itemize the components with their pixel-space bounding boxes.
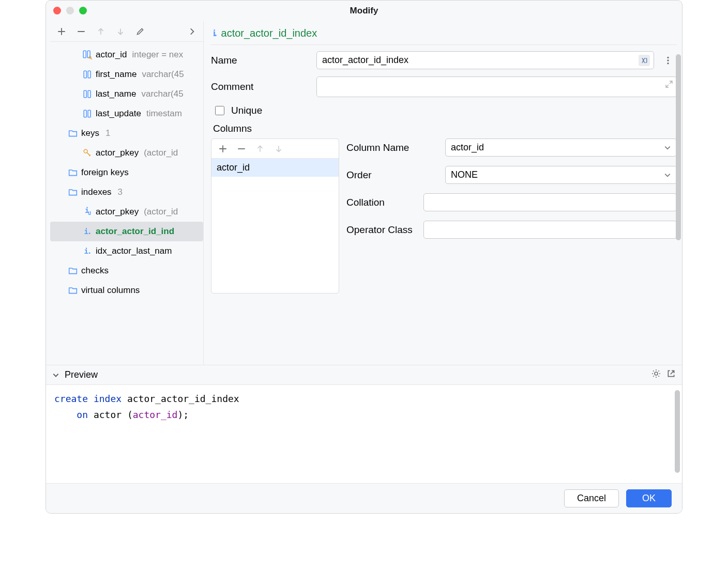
svg-point-11 — [667, 59, 669, 61]
structure-tree[interactable]: actor_idinteger = nexfirst_namevarchar(4… — [50, 42, 203, 365]
tree-item[interactable]: keys1 — [50, 123, 203, 143]
preview-sql: create index actor_actor_id_index on act… — [46, 385, 682, 483]
tree-item[interactable]: i.idx_actor_last_nam — [50, 241, 203, 261]
breadcrumb: i. actor_actor_id_index — [211, 25, 677, 45]
tree-item[interactable]: i.actor_actor_id_ind — [50, 222, 203, 241]
columns-list-item[interactable]: actor_id — [211, 159, 339, 177]
edit-icon[interactable] — [131, 23, 149, 40]
chevron-down-icon — [664, 172, 671, 179]
svg-rect-5 — [84, 90, 86, 98]
close-icon[interactable] — [53, 7, 61, 14]
move-up-icon — [92, 23, 110, 40]
tree-item[interactable]: checks — [50, 261, 203, 281]
index-icon: i. — [213, 28, 216, 39]
svg-point-13 — [655, 372, 658, 375]
window-controls — [53, 7, 87, 14]
svg-rect-7 — [84, 110, 86, 117]
titlebar: Modify — [46, 1, 682, 21]
comment-input[interactable] — [316, 76, 677, 97]
svg-rect-6 — [88, 90, 90, 98]
more-menu-icon[interactable] — [659, 52, 677, 69]
tree-item[interactable]: actor_idinteger = nex — [50, 45, 203, 65]
svg-rect-0 — [83, 51, 86, 58]
expand-icon[interactable] — [665, 80, 673, 90]
preview-label: Preview — [65, 369, 98, 380]
chevron-right-icon[interactable] — [183, 23, 201, 40]
order-select[interactable]: NONE — [445, 166, 677, 184]
tree-item[interactable]: actor_pkey(actor_id — [50, 143, 203, 163]
move-down-icon — [111, 23, 130, 40]
detail-scrollbar[interactable] — [676, 54, 681, 240]
open-external-icon[interactable] — [666, 369, 676, 381]
columns-toolbar — [211, 139, 339, 159]
col-remove-icon[interactable] — [232, 141, 251, 157]
column-name-label: Column Name — [346, 142, 437, 153]
gear-icon[interactable] — [651, 368, 661, 381]
tree-item[interactable]: foreign keys — [50, 163, 203, 182]
structure-sidebar: actor_idinteger = nexfirst_namevarchar(4… — [46, 21, 204, 365]
svg-rect-8 — [88, 110, 90, 117]
cancel-button[interactable]: Cancel — [564, 489, 619, 507]
name-input[interactable] — [316, 51, 654, 69]
sidebar-toolbar — [50, 21, 203, 42]
svg-point-12 — [667, 62, 669, 64]
dialog-footer: Cancel OK — [46, 483, 682, 513]
chevron-down-icon — [52, 372, 59, 379]
maximize-icon[interactable] — [79, 7, 87, 14]
order-label: Order — [346, 169, 437, 181]
detail-panel: i. actor_actor_id_index Name — [204, 21, 682, 365]
add-icon[interactable] — [52, 23, 71, 40]
column-properties: Column Name actor_id Order NONE — [346, 138, 677, 294]
chevron-down-icon — [664, 144, 671, 151]
tree-item[interactable]: indexes3 — [50, 182, 203, 202]
tree-item[interactable]: first_namevarchar(45 — [50, 65, 203, 84]
name-label: Name — [211, 55, 309, 66]
font-switch-icon[interactable] — [639, 55, 650, 66]
preview-scrollbar[interactable] — [675, 390, 680, 473]
window-title: Modify — [350, 6, 378, 16]
preview-header[interactable]: Preview — [46, 365, 682, 385]
ok-button[interactable]: OK — [626, 489, 672, 507]
breadcrumb-label: actor_actor_id_index — [221, 27, 317, 39]
tree-item[interactable]: last_namevarchar(45 — [50, 84, 203, 104]
remove-icon[interactable] — [72, 23, 90, 40]
unique-checkbox[interactable] — [215, 106, 224, 115]
operator-class-label: Operator Class — [346, 224, 415, 236]
modify-dialog: Modify — [46, 0, 682, 514]
unique-label: Unique — [231, 105, 262, 116]
columns-header: Columns — [213, 123, 677, 134]
svg-rect-4 — [88, 71, 90, 78]
column-name-select[interactable]: actor_id — [445, 138, 677, 157]
tree-item[interactable]: iUactor_pkey(actor_id — [50, 202, 203, 222]
col-down-icon — [269, 141, 288, 157]
tree-item[interactable]: virtual columns — [50, 281, 203, 300]
minimize-icon[interactable] — [66, 7, 74, 14]
col-up-icon — [251, 141, 269, 157]
col-add-icon[interactable] — [214, 141, 232, 157]
svg-rect-3 — [84, 71, 86, 78]
comment-label: Comment — [211, 81, 309, 92]
operator-class-input[interactable] — [423, 221, 677, 239]
collation-input[interactable] — [423, 193, 677, 211]
svg-point-10 — [667, 56, 669, 58]
tree-item[interactable]: last_updatetimestam — [50, 104, 203, 123]
columns-list: actor_id — [211, 138, 339, 294]
collation-label: Collation — [346, 197, 415, 208]
